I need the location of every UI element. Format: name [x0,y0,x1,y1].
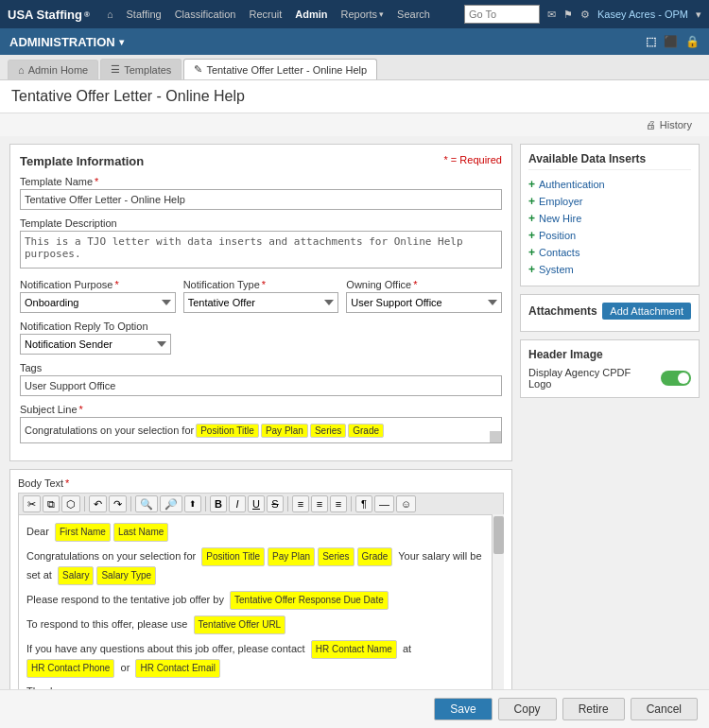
cancel-button[interactable]: Cancel [631,698,698,720]
reports-dropdown-icon: ▾ [379,9,384,19]
tab-admin-home[interactable]: ⌂ Admin Home [8,60,98,79]
plus-icon-employer: + [528,195,535,208]
admin-icon-3[interactable]: 🔒 [685,35,700,48]
owning-office-field: Owning Office * User Support Office [346,279,502,313]
flag-icon[interactable]: ⚑ [563,9,573,21]
zoom-btn[interactable]: 🔎 [160,495,182,512]
nav-search[interactable]: Search [391,0,436,28]
user-dropdown-icon[interactable]: ▾ [696,9,701,21]
header-image-section: Header Image Display Agency CPDF Logo [520,339,700,398]
left-panel: Template Information * = Required Templa… [9,144,512,728]
templates-tab-icon: ☰ [111,63,120,76]
notification-purpose-field: Notification Purpose * Onboarding [20,279,176,313]
retire-button[interactable]: Retire [562,698,625,720]
chip-salary: Salary [58,566,94,585]
goto-input[interactable] [464,5,540,24]
copy-btn[interactable]: ⧉ [43,495,60,512]
source-btn[interactable]: ⬆ [184,495,201,512]
template-description-label: Template Description [20,217,502,229]
template-name-label: Template Name * [20,176,502,187]
tags-input[interactable] [20,375,502,396]
insert-item-contacts[interactable]: + Contacts [528,244,691,261]
nav-right: ✉ ⚑ ⚙ Kasey Acres - OPM ▾ [464,5,701,24]
notification-type-select[interactable]: Tentative Offer [183,292,339,313]
paragraph-btn[interactable]: ¶ [355,495,372,512]
nav-admin[interactable]: Admin [289,0,333,28]
italic-btn[interactable]: I [229,495,246,512]
align-right-btn[interactable]: ≡ [330,495,347,512]
chip-due-date: Tentative Offer Response Due Date [230,591,389,610]
nav-links: ⌂ Staffing Classification Recruit Admin … [101,0,453,28]
cpdf-logo-toggle[interactable] [661,371,691,386]
plus-icon-newhire: + [528,212,535,225]
redo-btn[interactable]: ↷ [109,495,127,512]
subject-chip-1: Pay Plan [261,424,308,438]
chip-lastname: Last Name [113,523,168,542]
tab-bar: ⌂ Admin Home ☰ Templates ✎ Tentative Off… [0,55,709,80]
align-center-btn[interactable]: ≡ [311,495,328,512]
user-name: Kasey Acres - OPM [597,9,688,20]
template-name-input[interactable] [20,189,502,210]
find-btn[interactable]: 🔍 [135,495,158,512]
toggle-row: Display Agency CPDF Logo [528,367,691,390]
nav-home[interactable]: ⌂ [101,0,119,28]
add-attachment-button[interactable]: Add Attachment [602,303,691,320]
insert-item-employer[interactable]: + Employer [528,193,691,210]
notification-type-field: Notification Type * Tentative Offer [183,279,339,313]
insert-item-newhire[interactable]: + New Hire [528,210,691,227]
tags-field: Tags [20,362,502,396]
gear-icon[interactable]: ⚙ [580,9,590,21]
body-line-4: To respond to this offer, please use Ten… [26,615,484,634]
admin-home-tab-icon: ⌂ [18,64,25,76]
main-content: Template Information * = Required Templa… [0,136,709,728]
chip-hr-contact-email: HR Contact Email [135,659,219,678]
subject-chip-2: Series [310,424,346,438]
admin-icon-2[interactable]: ⬛ [664,35,678,48]
paste-btn[interactable]: ⬡ [61,495,80,512]
toggle-label: Display Agency CPDF Logo [528,367,655,390]
strikethrough-btn[interactable]: S [267,495,284,512]
underline-btn[interactable]: U [248,495,265,512]
chip-position-title: Position Title [201,547,265,566]
body-line-3: Please respond to the tentative job offe… [26,591,484,610]
insert-item-position[interactable]: + Position [528,227,691,244]
insert-item-auth[interactable]: + Authentication [528,176,691,193]
special-char-btn[interactable]: ☺ [396,495,416,512]
admin-dropdown-icon[interactable]: ▾ [119,37,124,47]
copy-button[interactable]: Copy [498,698,557,720]
subject-line-container[interactable]: Congratulations on your selection for Po… [20,417,502,443]
nav-classification[interactable]: Classification [169,0,242,28]
nav-staffing[interactable]: Staffing [121,0,167,28]
chip-salary-type: Salary Type [96,566,156,585]
cut-btn[interactable]: ✂ [23,495,41,512]
bold-btn[interactable]: B [210,495,227,512]
top-nav: USA Staffing® ⌂ Staffing Classification … [0,0,709,28]
save-button[interactable]: Save [434,698,492,720]
notification-reply-select[interactable]: Notification Sender [20,334,171,355]
nav-reports[interactable]: Reports▾ [336,0,390,28]
envelope-icon[interactable]: ✉ [547,9,556,21]
history-button[interactable]: 🖨 History [640,117,698,132]
plus-icon-contacts: + [528,246,535,259]
align-left-btn[interactable]: ≡ [292,495,309,512]
history-bar: 🖨 History [0,113,709,136]
data-inserts-heading: Available Data Inserts [528,152,691,170]
insert-item-system[interactable]: + System [528,261,691,278]
sep5 [351,496,352,511]
owning-office-select[interactable]: User Support Office [346,292,502,313]
tab-tentative-offer[interactable]: ✎ Tentative Offer Letter - Online Help [183,59,377,79]
plus-icon-position: + [528,229,535,242]
subject-line-text: Congratulations on your selection for [25,425,194,436]
admin-icon-1[interactable]: ⬚ [646,35,656,48]
undo-btn[interactable]: ↶ [89,495,107,512]
sep1 [84,496,85,511]
notification-purpose-select[interactable]: Onboarding [20,292,176,313]
hr-btn[interactable]: — [374,495,394,512]
tab-templates[interactable]: ☰ Templates [100,59,182,79]
home-icon: ⌂ [107,9,113,20]
body-line-5: If you have any questions about this job… [26,640,484,678]
nav-recruit[interactable]: Recruit [243,0,287,28]
plus-icon-system: + [528,263,535,276]
template-description-input[interactable]: This is a TJO letter with data inserts a… [20,231,502,269]
chip-grade: Grade [357,547,393,566]
